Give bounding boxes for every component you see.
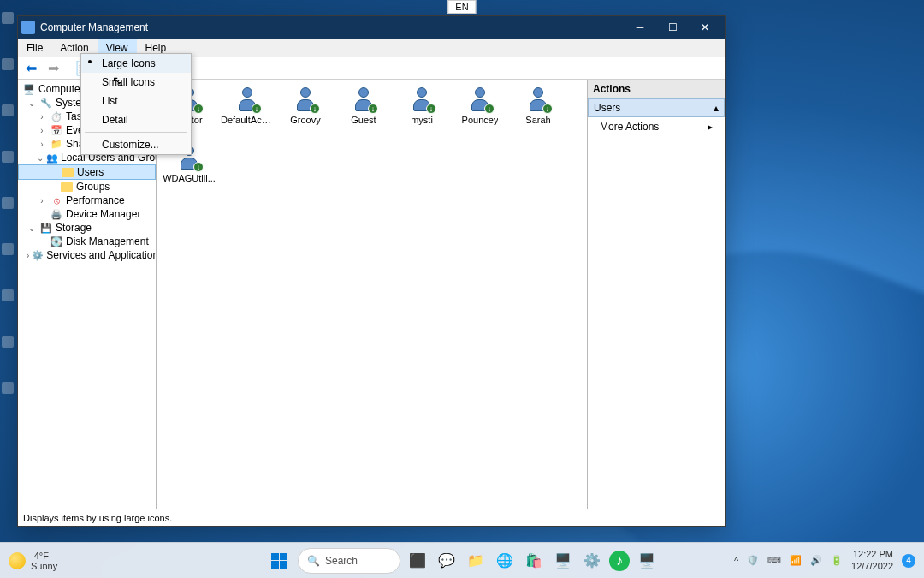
- maximize-button[interactable]: ☐: [656, 16, 689, 39]
- chevron-right-icon: ▸: [708, 121, 713, 133]
- collapse-icon: ▴: [714, 102, 719, 114]
- user-pouncey[interactable]: ↓Pouncey: [453, 86, 507, 140]
- users-panel[interactable]: ↓strator ↓DefaultAcc... ↓Groovy ↓Guest ↓…: [157, 80, 588, 509]
- statusbar: Displays items by using large icons.: [18, 509, 725, 526]
- forward-button[interactable]: ➡: [44, 59, 62, 78]
- explorer-icon[interactable]: 📁: [464, 549, 488, 573]
- user-defaultaccount[interactable]: ↓DefaultAcc...: [220, 86, 275, 140]
- store-icon[interactable]: 🛍️: [522, 549, 546, 573]
- dropdown-customize[interactable]: Customize...: [81, 135, 191, 154]
- search-box[interactable]: 🔍Search: [298, 548, 400, 574]
- back-button[interactable]: ⬅: [21, 59, 40, 78]
- chat-icon[interactable]: 💬: [435, 549, 459, 573]
- user-guest[interactable]: ↓Guest: [336, 86, 391, 140]
- wifi-icon[interactable]: 📶: [790, 555, 802, 566]
- user-groovy[interactable]: ↓Groovy: [278, 86, 333, 140]
- taskbar[interactable]: -4°F Sunny 🔍Search ⬛ 💬 📁 🌐 🛍️ 🖥️ ⚙️ ♪ 🖥️…: [0, 542, 924, 578]
- keyboard-icon[interactable]: ⌨: [767, 555, 781, 566]
- minimize-button[interactable]: ─: [624, 16, 656, 39]
- check-icon: [88, 60, 92, 63]
- actions-header: Actions: [588, 80, 725, 98]
- tree-performance[interactable]: ›⦸Performance: [18, 194, 156, 207]
- tree-disk-management[interactable]: 💽Disk Management: [18, 235, 156, 248]
- close-button[interactable]: ✕: [689, 16, 721, 39]
- titlebar[interactable]: Computer Management ─ ☐ ✕: [18, 16, 725, 39]
- menu-file[interactable]: File: [18, 39, 51, 57]
- weather-widget[interactable]: -4°F Sunny: [9, 551, 57, 571]
- spotify-icon[interactable]: ♪: [609, 551, 630, 571]
- tree-storage[interactable]: ⌄💾Storage: [18, 221, 156, 235]
- tree-users[interactable]: Users: [18, 164, 156, 180]
- compmgmt-taskbar-icon[interactable]: 🖥️: [635, 549, 659, 573]
- taskview-icon[interactable]: ⬛: [406, 549, 429, 573]
- windows-logo-icon: [271, 553, 287, 569]
- window-title: Computer Management: [40, 21, 148, 33]
- sun-icon: [9, 552, 26, 569]
- clock[interactable]: 12:22 PM 12/7/2022: [851, 549, 893, 571]
- tree-services-apps[interactable]: ›⚙️Services and Applications: [18, 248, 156, 262]
- security-icon[interactable]: 🛡️: [747, 555, 759, 566]
- temperature: -4°F: [31, 551, 57, 561]
- users-grid: ↓strator ↓DefaultAcc... ↓Groovy ↓Guest ↓…: [160, 84, 583, 200]
- tree-device-manager[interactable]: 🖨️Device Manager: [18, 207, 156, 221]
- start-button[interactable]: [265, 547, 293, 575]
- edge-icon[interactable]: 🌐: [493, 549, 517, 573]
- user-mysti[interactable]: ↓mysti: [394, 86, 449, 140]
- tray-expand-icon[interactable]: ^: [734, 556, 738, 566]
- language-indicator[interactable]: EN: [447, 0, 476, 14]
- dropdown-large-icons[interactable]: Large Icons: [81, 54, 191, 73]
- volume-icon[interactable]: 🔊: [810, 555, 822, 566]
- user-sarah[interactable]: ↓Sarah: [511, 86, 566, 140]
- settings-icon[interactable]: ⚙️: [580, 549, 604, 573]
- menu-separator: [85, 132, 187, 133]
- desktop-icons-strip: [2, 12, 15, 394]
- battery-icon[interactable]: 🔋: [831, 555, 843, 566]
- app-icon: [21, 21, 35, 34]
- action-more[interactable]: More Actions▸: [588, 117, 725, 136]
- actions-panel: Actions Users▴ More Actions▸: [588, 80, 725, 509]
- search-icon: 🔍: [307, 555, 320, 567]
- dropdown-detail[interactable]: Detail: [81, 110, 191, 129]
- dropdown-list[interactable]: List: [81, 92, 191, 110]
- notification-badge[interactable]: 4: [902, 554, 915, 568]
- view-dropdown: Large Icons Small Icons List Detail Cust…: [80, 53, 192, 155]
- tree-groups[interactable]: Groups: [18, 180, 156, 194]
- dropdown-small-icons[interactable]: Small Icons: [81, 73, 191, 92]
- actions-group-users[interactable]: Users▴: [588, 98, 725, 117]
- app-icon-1[interactable]: 🖥️: [551, 549, 575, 573]
- condition: Sunny: [31, 561, 57, 571]
